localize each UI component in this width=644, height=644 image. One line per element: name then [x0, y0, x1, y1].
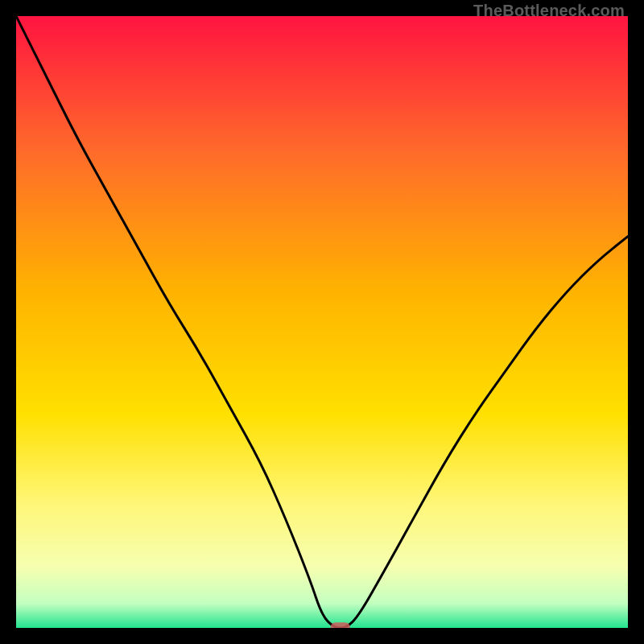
watermark-text: TheBottleneck.com	[473, 2, 625, 20]
chart-frame	[16, 16, 628, 628]
gradient-background	[16, 16, 628, 628]
chart-svg	[16, 16, 628, 628]
minimum-marker	[331, 622, 350, 628]
